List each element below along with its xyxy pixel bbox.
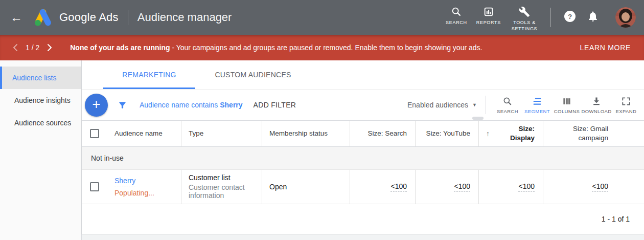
size-search-value: <100: [390, 182, 407, 192]
audience-view-dropdown[interactable]: Enabled audiences ▼: [407, 101, 477, 109]
download-icon: [591, 96, 602, 107]
audience-view-dropdown-value: Enabled audiences: [407, 101, 468, 109]
expand-icon: [621, 96, 631, 107]
select-all-checkbox[interactable]: [90, 129, 99, 138]
banner-next-icon[interactable]: [47, 43, 53, 52]
banner-message: None of your ads are running - Your camp…: [70, 43, 482, 52]
sidebar-item-audience-lists[interactable]: Audience lists: [0, 67, 81, 89]
app-bar: ← Google Ads Audience manager SEARCH: [0, 0, 644, 35]
banner-previous-icon[interactable]: [12, 43, 18, 52]
audience-name-link[interactable]: Sherry: [114, 177, 135, 186]
column-header-membership-status[interactable]: Membership status: [262, 121, 350, 146]
column-header-audience-name[interactable]: Audience name: [107, 121, 181, 146]
notifications-button[interactable]: [587, 10, 599, 25]
table-columns-label: COLUMNS: [554, 108, 580, 114]
help-button[interactable]: ?: [563, 10, 577, 25]
filter-chip-value: Sherry: [220, 101, 242, 109]
group-row-not-in-use: Not in-use: [82, 147, 644, 170]
populating-status: Populating...: [114, 189, 154, 197]
search-icon: [451, 6, 462, 17]
column-header-size-gmail-campaign[interactable]: Size: Gmail campaign: [543, 121, 644, 146]
sidebar-item-audience-sources[interactable]: Audience sources: [0, 112, 81, 134]
type-cell: Customer list Customer contact informati…: [181, 170, 262, 204]
row-select-cell: [82, 170, 107, 204]
tools-settings-nav-button[interactable]: TOOLS & SETTINGS: [510, 3, 539, 32]
banner-pager: 1 / 2: [26, 43, 39, 52]
learn-more-button[interactable]: LEARN MORE: [574, 39, 636, 56]
sidebar: Audience lists Audience insights Audienc…: [0, 60, 82, 240]
add-filter-button[interactable]: ADD FILTER: [254, 101, 296, 109]
bell-icon: [587, 10, 599, 25]
tools-settings-nav-label: TOOLS & SETTINGS: [510, 20, 539, 32]
table-segment-label: SEGMENT: [524, 108, 550, 114]
column-header-size-display[interactable]: ↑Size: Display: [479, 121, 543, 146]
table-header-row: Audience name Type Membership status Siz…: [82, 120, 644, 147]
row-checkbox[interactable]: [90, 182, 99, 191]
reports-icon: [483, 6, 494, 17]
table-download-button[interactable]: DOWNLOAD: [582, 96, 611, 114]
active-filter-chip[interactable]: Audience name contains Sherry: [140, 101, 243, 109]
filter-chip-label: Audience name contains: [140, 101, 220, 109]
user-avatar[interactable]: [615, 7, 636, 28]
column-header-type[interactable]: Type: [181, 121, 262, 146]
google-ads-audience-manager: ← Google Ads Audience manager SEARCH: [0, 0, 644, 240]
table-footer: 1 - 1 of 1: [82, 204, 644, 234]
column-header-size-display-label: Size: Display: [493, 124, 535, 142]
audience-name-cell: Sherry Populating...: [107, 170, 181, 204]
tab-custom-audiences[interactable]: CUSTOM AUDIENCES: [195, 60, 311, 89]
column-header-size-search[interactable]: Size: Search: [350, 121, 416, 146]
reports-nav-button[interactable]: REPORTS: [476, 3, 501, 26]
size-gmail-value: <100: [592, 182, 608, 192]
sidebar-item-audience-insights[interactable]: Audience insights: [0, 89, 81, 112]
plus-icon: +: [92, 96, 100, 113]
size-display-cell: <100: [479, 170, 543, 204]
size-search-cell: <100: [350, 170, 416, 204]
wrench-icon: [519, 6, 530, 17]
horizontal-scrollbar-thumb[interactable]: [472, 117, 484, 120]
toolbar-divider: [486, 96, 486, 114]
filter-icon[interactable]: [118, 100, 127, 110]
search-nav-button[interactable]: SEARCH: [446, 3, 467, 26]
google-ads-logo-icon[interactable]: [33, 8, 53, 27]
pagination-label: 1 - 1 of 1: [602, 215, 630, 223]
type-value: Customer list: [189, 173, 255, 182]
table-columns-button[interactable]: COLUMNS: [552, 96, 582, 114]
membership-status-cell: Open: [262, 170, 350, 204]
appbar-divider: [128, 10, 128, 25]
help-icon: ?: [563, 10, 577, 25]
column-header-size-youtube[interactable]: Size: YouTube: [416, 121, 479, 146]
table-search-button[interactable]: SEARCH: [493, 96, 522, 114]
table-expand-label: EXPAND: [616, 108, 637, 114]
banner-message-detail: - Your campaigns and ad groups are pause…: [170, 43, 482, 52]
group-row-label: Not in-use: [91, 154, 124, 162]
page-background: [82, 234, 644, 240]
table-row: Sherry Populating... Customer list Custo…: [82, 170, 644, 204]
page-title: Audience manager: [137, 11, 232, 24]
tab-remarketing[interactable]: REMARKETING: [103, 60, 195, 89]
search-icon: [502, 96, 513, 107]
size-gmail-cell: <100: [543, 170, 644, 204]
chevron-down-icon: ▼: [472, 102, 477, 107]
table-search-label: SEARCH: [497, 108, 518, 114]
reports-nav-label: REPORTS: [476, 20, 501, 26]
svg-text:?: ?: [568, 13, 572, 20]
create-audience-button[interactable]: +: [85, 94, 108, 117]
back-arrow-icon[interactable]: ←: [10, 0, 26, 35]
audience-card: REMARKETING CUSTOM AUDIENCES + Audience …: [82, 60, 644, 234]
product-name: Google Ads: [59, 11, 119, 24]
membership-status-value: Open: [269, 183, 287, 191]
segment-icon: [532, 96, 542, 107]
select-all-cell: [82, 121, 107, 146]
sort-ascending-icon: ↑: [486, 129, 490, 138]
columns-icon: [562, 96, 572, 107]
table-segment-button[interactable]: SEGMENT: [522, 96, 552, 114]
table-toolbar: + Audience name contains Sherry ADD FILT…: [82, 90, 644, 120]
table-expand-button[interactable]: EXPAND: [611, 96, 641, 114]
appbar-divider: [550, 8, 551, 27]
table-download-label: DOWNLOAD: [581, 108, 611, 114]
appbar-nav: SEARCH REPORTS: [441, 3, 543, 32]
size-youtube-cell: <100: [416, 170, 479, 204]
type-detail: Customer contact information: [189, 183, 255, 200]
warning-banner: 1 / 2 None of your ads are running - You…: [0, 35, 644, 60]
banner-message-headline: None of your ads are running: [70, 43, 170, 52]
